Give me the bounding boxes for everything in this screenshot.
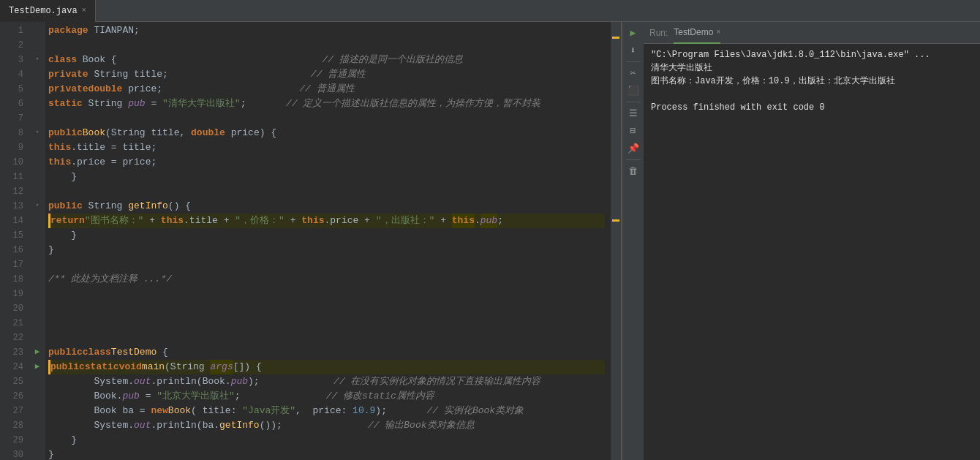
line-number-3: 3 xyxy=(0,53,23,67)
run-tab-name: TestDemo xyxy=(674,27,713,37)
code-line-1: package TIANPAN; xyxy=(48,23,605,38)
code-line-13: public String getInfo() { xyxy=(48,199,605,214)
code-line-15: } xyxy=(48,228,605,243)
line-number-22: 22 xyxy=(0,331,23,345)
code-line-30: } xyxy=(48,448,605,460)
editor-tab-close[interactable]: × xyxy=(82,7,86,15)
cut-button[interactable]: ✂ xyxy=(625,65,641,81)
gutter-item-7 xyxy=(29,110,45,124)
fold-icon-8[interactable]: ▾ xyxy=(35,128,39,136)
run-line2: 图书名称：Java开发，价格：10.9，出版社：北京大学出版社 xyxy=(651,75,973,88)
gutter-item-24[interactable]: ▶ xyxy=(29,358,45,373)
line-number-5: 5 xyxy=(0,82,23,97)
gutter-item-4 xyxy=(29,66,45,80)
line-number-13: 13 xyxy=(0,199,23,214)
gutter-item-9 xyxy=(29,139,45,154)
line-number-2: 2 xyxy=(0,38,23,53)
run-line1: 清华大学出版社 xyxy=(651,61,973,75)
gutter: ▾▾▾▶▶ xyxy=(29,22,45,460)
code-line-4: private String title; // 普通属性 xyxy=(48,67,605,82)
gutter-item-19 xyxy=(29,285,45,300)
code-line-25: System.out.println(Book.pub); // 在没有实例化对… xyxy=(48,374,605,389)
line-number-18: 18 xyxy=(0,272,23,287)
line-number-16: 16 xyxy=(0,243,23,257)
code-line-7 xyxy=(48,111,605,126)
fold-icon-13[interactable]: ▾ xyxy=(35,201,39,209)
gutter-item-28 xyxy=(29,417,45,431)
gutter-item-8[interactable]: ▾ xyxy=(29,124,45,139)
gutter-item-10 xyxy=(29,154,45,168)
gutter-item-13[interactable]: ▾ xyxy=(29,197,45,212)
code-line-9: this.title = title; xyxy=(48,140,605,155)
scroll-marker-1 xyxy=(612,37,619,39)
gutter-item-14 xyxy=(29,212,45,227)
toolbar: ▶ ⬇ ✂ ⬛ ☰ ⊟ 📌 🗑 xyxy=(622,22,644,460)
code-line-17 xyxy=(48,257,605,272)
gutter-item-2 xyxy=(29,37,45,51)
code-line-3: class Book { // 描述的是同一个出版社的信息 xyxy=(48,53,605,67)
gutter-item-18 xyxy=(29,271,45,285)
line-number-15: 15 xyxy=(0,228,23,243)
stop-button[interactable]: ⬛ xyxy=(625,83,641,99)
line-number-28: 28 xyxy=(0,418,23,433)
gutter-item-3[interactable]: ▾ xyxy=(29,51,45,66)
line-number-29: 29 xyxy=(0,433,23,448)
fold-icon-3[interactable]: ▾ xyxy=(35,55,39,63)
code-line-29: } xyxy=(48,433,605,448)
gutter-item-12 xyxy=(29,183,45,197)
line-number-6: 6 xyxy=(0,97,23,111)
scrollbar-strip[interactable] xyxy=(611,22,621,460)
gutter-item-27 xyxy=(29,402,45,417)
editor-tab[interactable]: TestDemo.java × xyxy=(0,0,96,22)
delete-button[interactable]: 🗑 xyxy=(625,163,641,179)
menu-button[interactable]: ☰ xyxy=(625,105,641,121)
gutter-item-30 xyxy=(29,446,45,460)
run-tab[interactable]: TestDemo × xyxy=(674,22,720,44)
line-number-1: 1 xyxy=(0,23,23,38)
code-line-26: Book.pub = "北京大学出版社"; // 修改static属性内容 xyxy=(48,389,605,404)
gutter-item-20 xyxy=(29,300,45,314)
line-number-8: 8 xyxy=(0,126,23,140)
code-line-2 xyxy=(48,38,605,53)
line-number-21: 21 xyxy=(0,316,23,331)
line-number-23: 23 xyxy=(0,345,23,360)
code-line-11: } xyxy=(48,170,605,184)
code-line-20 xyxy=(48,301,605,316)
run-button[interactable]: ▶ xyxy=(625,25,641,41)
code-line-16: } xyxy=(48,243,605,257)
scroll-marker-2 xyxy=(612,219,619,222)
code-line-22 xyxy=(48,331,605,345)
code-line-12 xyxy=(48,184,605,199)
run-tab-close[interactable]: × xyxy=(716,28,720,36)
code-line-24: public static void main(String args[]) { xyxy=(48,360,605,374)
gutter-item-26 xyxy=(29,388,45,402)
code-line-5: private double price; // 普通属性 xyxy=(48,82,605,97)
pin-button[interactable]: 📌 xyxy=(625,140,641,157)
gutter-item-23[interactable]: ▶ xyxy=(29,344,45,358)
code-area[interactable]: 1234567891011121314151617181920212223242… xyxy=(0,22,621,460)
gutter-item-21 xyxy=(29,314,45,329)
scroll-down-button[interactable]: ⬇ xyxy=(625,42,641,59)
gutter-item-22 xyxy=(29,329,45,344)
line-number-26: 26 xyxy=(0,389,23,404)
line-number-17: 17 xyxy=(0,257,23,272)
code-lines[interactable]: package TIANPAN; class Book { // 描述的是同一个… xyxy=(45,22,611,460)
gutter-item-15 xyxy=(29,227,45,241)
line-number-27: 27 xyxy=(0,404,23,418)
line-number-11: 11 xyxy=(0,170,23,184)
main-area: 1234567891011121314151617181920212223242… xyxy=(0,22,980,460)
gutter-item-25 xyxy=(29,373,45,388)
line-numbers: 1234567891011121314151617181920212223242… xyxy=(0,22,29,460)
code-line-14: return "图书名称：" + this.title + "，价格：" + t… xyxy=(48,214,605,228)
run-content: "C:\Program Files\Java\jdk1.8.0_112\bin\… xyxy=(644,44,980,460)
code-line-23: public class TestDemo { xyxy=(48,345,605,360)
line-number-25: 25 xyxy=(0,374,23,389)
code-line-21 xyxy=(48,316,605,331)
line-number-14: 14 xyxy=(0,214,23,228)
editor-tab-label: TestDemo.java xyxy=(9,6,78,16)
code-line-27: Book ba = new Book( title: "Java开发", pri… xyxy=(48,404,605,418)
run-arrow-24[interactable]: ▶ xyxy=(35,361,40,371)
run-arrow-23[interactable]: ▶ xyxy=(35,347,40,356)
print-button[interactable]: ⊟ xyxy=(625,123,641,139)
gutter-item-16 xyxy=(29,241,45,256)
